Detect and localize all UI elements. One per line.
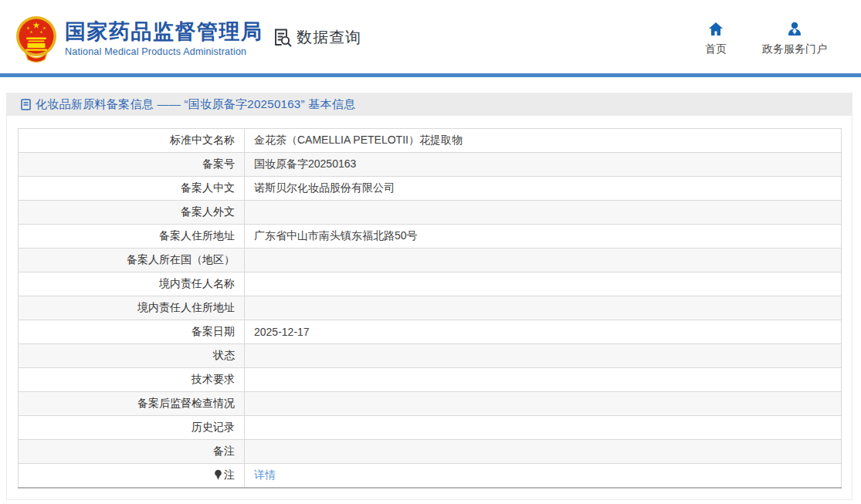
row-value: 金花茶（CAMELLIA PETELOTII）花提取物 <box>245 129 842 153</box>
row-label: 备案人住所地址 <box>19 225 245 249</box>
row-value: 2025-12-17 <box>245 320 842 344</box>
table-row: 备案人中文诺斯贝尔化妆品股份有限公司 <box>19 177 842 201</box>
row-label: 备案日期 <box>19 320 245 344</box>
row-value <box>245 416 842 440</box>
row-label: 状态 <box>19 344 245 368</box>
agency-name-en: National Medical Products Administration <box>65 46 263 57</box>
table-row: 历史记录 <box>19 416 842 440</box>
table-row: 境内责任人住所地址 <box>19 296 842 320</box>
row-label: 标准中文名称 <box>19 129 245 153</box>
row-value <box>245 201 842 225</box>
nav-home-label: 首页 <box>705 42 727 56</box>
content-container: 化妆品新原料备案信息 —— “国妆原备字20250163” 基本信息 标准中文名… <box>6 93 853 500</box>
table-row: 注详情 <box>19 464 842 488</box>
nav-portal-label: 政务服务门户 <box>762 42 827 56</box>
bulb-icon <box>214 469 222 480</box>
table-row: 备案号国妆原备字20250163 <box>19 153 842 177</box>
info-table-area: 标准中文名称金花茶（CAMELLIA PETELOTII）花提取物备案号国妆原备… <box>18 128 842 489</box>
row-value: 国妆原备字20250163 <box>245 153 842 177</box>
row-label: 备案人中文 <box>19 177 245 201</box>
registration-info-table: 标准中文名称金花茶（CAMELLIA PETELOTII）花提取物备案号国妆原备… <box>18 128 842 489</box>
page-title-bar: 化妆品新原料备案信息 —— “国妆原备字20250163” 基本信息 <box>7 93 852 116</box>
site-header: 国家药品监督管理局 National Medical Products Admi… <box>0 0 861 73</box>
user-icon <box>787 22 802 36</box>
document-search-icon <box>272 27 293 48</box>
row-value <box>245 296 842 320</box>
row-label: 境内责任人名称 <box>19 272 245 296</box>
row-label: 历史记录 <box>19 416 245 440</box>
top-nav: 首页 政务服务门户 <box>705 22 827 56</box>
row-value <box>245 392 842 416</box>
table-row: 备案人所在国（地区） <box>19 249 842 272</box>
row-value: 广东省中山市南头镇东福北路50号 <box>245 225 842 249</box>
row-value <box>245 249 842 272</box>
row-value: 详情 <box>245 464 842 488</box>
row-label: 注 <box>19 464 245 488</box>
row-value <box>245 272 842 296</box>
row-value: 诺斯贝尔化妆品股份有限公司 <box>245 177 842 201</box>
nav-portal[interactable]: 政务服务门户 <box>762 22 827 56</box>
row-label: 备案人外文 <box>19 201 245 225</box>
row-label: 技术要求 <box>19 368 245 392</box>
header-divider-bar <box>0 73 861 77</box>
data-query-section[interactable]: 数据查询 <box>272 27 361 48</box>
document-icon <box>21 99 31 110</box>
row-label: 备案后监督检查情况 <box>19 392 245 416</box>
data-query-label: 数据查询 <box>297 27 361 48</box>
home-icon <box>708 22 724 36</box>
table-row: 备案人住所地址广东省中山市南头镇东福北路50号 <box>19 225 842 249</box>
agency-title-block: 国家药品监督管理局 National Medical Products Admi… <box>65 19 263 57</box>
row-label: 境内责任人住所地址 <box>19 296 245 320</box>
row-value <box>245 440 842 464</box>
table-row: 标准中文名称金花茶（CAMELLIA PETELOTII）花提取物 <box>19 129 842 153</box>
row-label: 备案人所在国（地区） <box>19 249 245 272</box>
table-row: 备案后监督检查情况 <box>19 392 842 416</box>
table-row: 技术要求 <box>19 368 842 392</box>
row-value <box>245 368 842 392</box>
row-label: 备注 <box>19 440 245 464</box>
table-row: 备注 <box>19 440 842 464</box>
table-row: 备案日期2025-12-17 <box>19 320 842 344</box>
table-row: 备案人外文 <box>19 201 842 225</box>
row-label: 备案号 <box>19 153 245 177</box>
national-emblem-logo <box>15 15 57 63</box>
table-row: 状态 <box>19 344 842 368</box>
nav-home[interactable]: 首页 <box>705 22 727 56</box>
table-row: 境内责任人名称 <box>19 272 842 296</box>
agency-name-cn: 国家药品监督管理局 <box>65 19 263 44</box>
page-title: 化妆品新原料备案信息 —— “国妆原备字20250163” 基本信息 <box>36 97 355 112</box>
row-value <box>245 344 842 368</box>
detail-link[interactable]: 详情 <box>254 468 276 481</box>
